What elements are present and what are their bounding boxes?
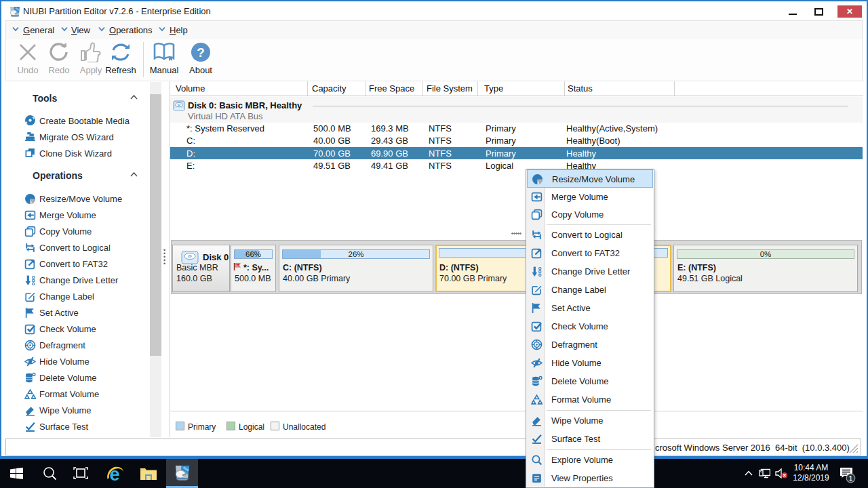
svg-text:?: ? [197,45,205,60]
svg-text:1: 1 [848,474,852,483]
